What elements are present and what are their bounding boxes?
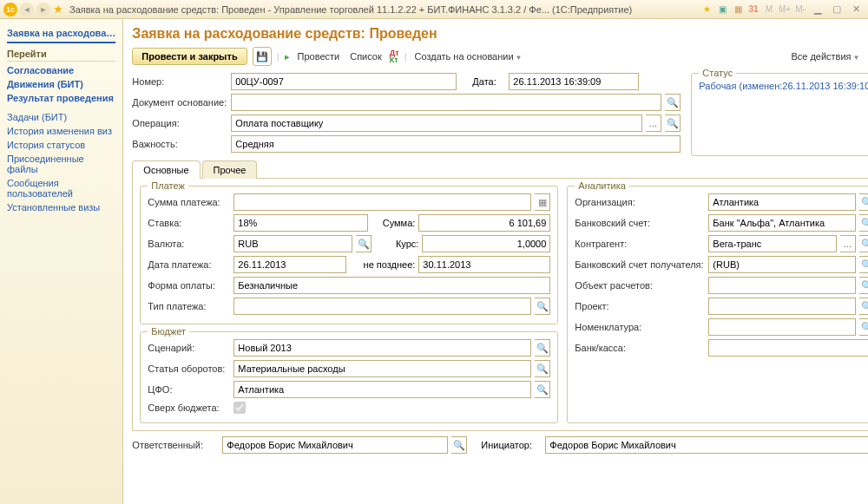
importance-field[interactable] bbox=[231, 135, 681, 153]
article-field[interactable] bbox=[233, 360, 531, 377]
sidebar-section-goto: Перейти bbox=[7, 49, 115, 62]
calc-icon[interactable]: ▦ bbox=[731, 3, 745, 16]
sum-calc-icon[interactable]: ▦ bbox=[535, 193, 550, 211]
resp-label: Ответственный: bbox=[132, 440, 219, 450]
sum2-field[interactable] bbox=[418, 214, 550, 232]
org-label: Организация: bbox=[575, 197, 705, 207]
init-field[interactable] bbox=[545, 436, 868, 454]
sidebar-link-soglasovanie[interactable]: Согласование bbox=[7, 63, 115, 77]
minimize-icon[interactable]: ▁ bbox=[809, 3, 826, 16]
resp-lookup[interactable]: 🔍 bbox=[451, 436, 467, 454]
project-field[interactable] bbox=[708, 298, 856, 315]
recip-bank-lookup[interactable]: 🔍 bbox=[859, 256, 868, 273]
cfo-field[interactable] bbox=[233, 381, 531, 398]
bankcash-label: Банк/касса: bbox=[575, 343, 705, 353]
sidebar-link-rezultat[interactable]: Результат проведения bbox=[7, 91, 115, 105]
post-button[interactable]: Провести bbox=[295, 49, 343, 63]
status-group: Статус Рабочая (изменен:26.11.2013 16:39… bbox=[691, 73, 868, 156]
doc-basis-lookup[interactable]: 🔍 bbox=[665, 94, 681, 111]
contragent-field[interactable] bbox=[708, 235, 837, 252]
close-icon[interactable]: ✕ bbox=[847, 3, 865, 16]
rate-label: Ставка: bbox=[148, 218, 230, 228]
paydate-field[interactable] bbox=[233, 256, 346, 273]
project-lookup[interactable]: 🔍 bbox=[859, 298, 868, 315]
sidebar-link-dvizheniya[interactable]: Движения (БИТ) bbox=[7, 77, 115, 91]
notlater-label: не позднее: bbox=[350, 259, 415, 270]
budget-legend: Бюджет bbox=[148, 326, 189, 337]
list-button[interactable]: Список bbox=[347, 49, 385, 63]
nomen-field[interactable] bbox=[708, 318, 856, 336]
mem-mminus[interactable]: M- bbox=[793, 3, 807, 16]
operation-field[interactable] bbox=[231, 115, 642, 132]
sidebar-link-vizy[interactable]: Установленные визы bbox=[7, 200, 115, 214]
scenario-lookup[interactable]: 🔍 bbox=[535, 339, 550, 357]
cfo-lookup[interactable]: 🔍 bbox=[535, 381, 550, 398]
article-label: Статья оборотов: bbox=[148, 363, 230, 374]
nomen-label: Номенклатура: bbox=[575, 322, 705, 332]
recip-bank-label: Банковский счет получателя: bbox=[575, 259, 705, 270]
number-label: Номер: bbox=[132, 76, 227, 87]
operation-dots[interactable]: … bbox=[646, 115, 661, 132]
type-lookup[interactable]: 🔍 bbox=[535, 298, 550, 315]
post-icon: ▸ bbox=[285, 51, 290, 62]
kurs-field[interactable] bbox=[422, 235, 550, 252]
status-link[interactable]: Рабочая (изменен:26.11.2013 16:39:10) bbox=[699, 81, 868, 91]
tab-other[interactable]: Прочее bbox=[202, 160, 258, 179]
bank-field[interactable] bbox=[708, 214, 856, 232]
currency-lookup[interactable]: 🔍 bbox=[356, 235, 372, 252]
operation-lookup[interactable]: 🔍 bbox=[665, 115, 681, 132]
object-lookup[interactable]: 🔍 bbox=[859, 277, 868, 294]
date-field[interactable] bbox=[509, 73, 639, 90]
maximize-icon[interactable]: ▢ bbox=[828, 3, 845, 16]
nomen-lookup[interactable]: 🔍 bbox=[859, 318, 868, 336]
contragent-dots[interactable]: … bbox=[840, 235, 856, 252]
tab-body: Платеж Сумма платежа: ▦ Ставка: Сумма: В… bbox=[132, 179, 868, 431]
sidebar-heading[interactable]: Заявка на расходова… bbox=[7, 28, 115, 43]
tab-main[interactable]: Основные bbox=[132, 160, 200, 179]
contragent-lookup[interactable]: 🔍 bbox=[859, 235, 868, 252]
dk-icon[interactable]: ДтКт bbox=[390, 49, 399, 63]
recip-bank-field[interactable] bbox=[708, 256, 856, 273]
rate-field[interactable] bbox=[233, 214, 368, 232]
project-label: Проект: bbox=[575, 301, 705, 311]
form-field[interactable] bbox=[233, 277, 550, 294]
nav-back-icon[interactable]: ◄ bbox=[20, 3, 34, 16]
scenario-field[interactable] bbox=[233, 339, 531, 357]
sidebar-link-istoriya-statusov[interactable]: История статусов bbox=[7, 138, 115, 152]
budget-group: Бюджет Сценарий: 🔍 Статья оборотов: 🔍 ЦФ… bbox=[140, 331, 558, 423]
number-field[interactable] bbox=[231, 73, 457, 90]
cfo-label: ЦФО: bbox=[148, 384, 230, 395]
favorite-icon[interactable]: ★ bbox=[53, 3, 63, 16]
save-button[interactable]: 💾 bbox=[253, 47, 272, 66]
create-based-button[interactable]: Создать на основании▼ bbox=[411, 49, 524, 63]
doc-basis-field[interactable] bbox=[231, 94, 661, 111]
sidebar-link-istoriya-viz[interactable]: История изменения виз bbox=[7, 124, 115, 138]
sidebar-link-files[interactable]: Присоединенные файлы bbox=[7, 152, 115, 176]
form-label: Форма оплаты: bbox=[148, 280, 230, 291]
org-field[interactable] bbox=[708, 193, 856, 211]
org-lookup[interactable]: 🔍 bbox=[859, 193, 868, 211]
currency-field[interactable] bbox=[233, 235, 352, 252]
bankcash-field[interactable] bbox=[708, 339, 868, 357]
sidebar-link-messages[interactable]: Сообщения пользователей bbox=[7, 176, 115, 200]
all-actions-button[interactable]: Все действия▼ bbox=[788, 49, 862, 63]
sum-field[interactable] bbox=[233, 193, 531, 211]
object-field[interactable] bbox=[708, 277, 856, 294]
type-field[interactable] bbox=[233, 298, 531, 315]
mem-m[interactable]: M bbox=[762, 3, 776, 16]
sidebar-link-zadachi[interactable]: Задачи (БИТ) bbox=[7, 110, 115, 124]
link-icon[interactable]: ▣ bbox=[715, 3, 729, 16]
nav-fwd-icon[interactable]: ► bbox=[36, 3, 50, 16]
post-and-close-button[interactable]: Провести и закрыть bbox=[132, 48, 247, 65]
payment-legend: Платеж bbox=[148, 180, 187, 191]
resp-field[interactable] bbox=[222, 436, 448, 454]
tabs: Основные Прочее bbox=[132, 160, 868, 179]
mem-mplus[interactable]: M+ bbox=[778, 3, 792, 16]
bank-lookup[interactable]: 🔍 bbox=[859, 214, 868, 232]
calendar-icon[interactable]: 31 bbox=[746, 3, 760, 16]
fav-add-icon[interactable]: ★ bbox=[700, 3, 713, 16]
init-label: Инициатор: bbox=[481, 440, 542, 450]
analytics-group: Аналитика Организация: 🔍 Банковский счет… bbox=[567, 186, 868, 423]
notlater-field[interactable] bbox=[418, 256, 550, 273]
article-lookup[interactable]: 🔍 bbox=[535, 360, 550, 377]
